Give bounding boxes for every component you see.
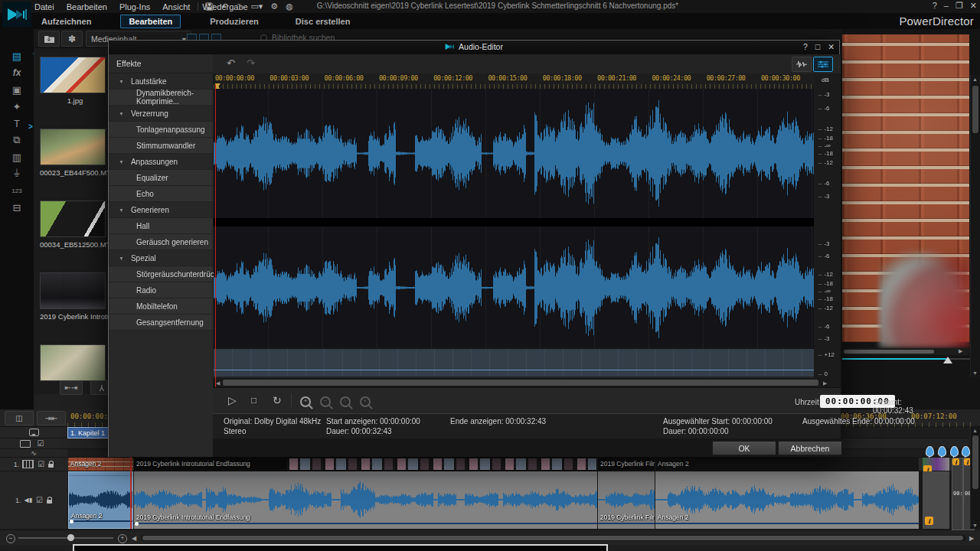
cancel-button[interactable]: Abbrechen [778,441,842,455]
video-clip-intro[interactable]: 2019 Cyberlink Introtutorial Endfassung [134,458,597,471]
effect-category[interactable]: ▼Lautstärke [109,73,213,90]
zoom-in-icon[interactable]: + [300,396,311,407]
dialog-close-button[interactable]: ✕ [828,42,835,51]
menu-bearbeiten[interactable]: Bearbeiten [67,2,107,11]
media-thumbnail[interactable] [40,272,106,309]
tree-collapse-icon[interactable]: ▼ [119,159,124,165]
settings-gear-icon[interactable]: ⚙ [270,2,278,11]
mode-tab-produzieren[interactable]: Produzieren [202,15,266,28]
media-thumbnail[interactable] [40,129,106,165]
effect-item[interactable]: Störgeräuschunterdrückung [109,266,213,282]
zoom-fit-icon[interactable]: ▪ [360,396,371,407]
play-button[interactable]: ▷ [228,395,237,406]
library-item[interactable]: 00034_EB512500.MTS [40,201,110,249]
ok-button[interactable]: OK [712,441,776,455]
scroll-left-icon[interactable]: ◀ [216,380,220,386]
zoom-out-button[interactable]: − [6,534,15,543]
waveform-channel-left[interactable] [214,89,814,218]
keyframe-pin-icon[interactable] [950,446,959,457]
video-lock-icon[interactable] [48,464,54,468]
scroll-left-icon[interactable]: ◀ [132,535,136,542]
scroll-right-icon[interactable]: ▶ [959,348,962,354]
effect-category[interactable]: ▼Anpassungen [109,154,213,170]
lock-circle-icon[interactable]: ◍ [286,2,293,11]
audio-clip-ansagen-selected[interactable]: Ansagen 2 [68,471,133,529]
restore-button[interactable]: ❐ [956,1,963,11]
zoom-in-button[interactable]: + [118,534,127,543]
panel-expand-chevron-icon[interactable]: > [28,122,33,131]
audio-enable-checkbox[interactable]: ☑ [36,496,43,504]
chapter-marker[interactable]: 1. Kapitel 1 [67,427,109,439]
right-vertical-scrollbar[interactable]: ▲ ▼ [970,75,980,377]
minimize-button[interactable]: – [944,1,949,11]
effect-item[interactable]: Equalizer [109,170,213,186]
fit-timeline-icon[interactable]: ⇥⇤ [37,411,66,425]
close-button[interactable]: ✕ [970,1,977,11]
zoom-selection-icon[interactable]: ▫ [340,396,351,407]
media-thumbnail[interactable] [40,57,106,93]
effect-item[interactable]: Tonlagenanpassung [109,122,213,138]
video-clip-ansagen2[interactable]: Ansagen 2 [655,458,919,471]
envelope-keyframe-dot[interactable] [70,520,74,523]
keyframe-pin-icon[interactable] [962,446,970,457]
scroll-up-icon[interactable]: ▲ [972,428,978,433]
track-manager-icon[interactable]: ◫ [5,411,34,425]
narrow-clip[interactable]: 00:0 [952,458,963,530]
effect-item[interactable]: Mobiltelefon [109,298,213,315]
trim-tool-icon[interactable]: ⇤⇥ [60,380,83,395]
display-mode-icon[interactable]: ▭▾ [250,2,263,11]
mode-tab-bearbeiten[interactable]: Bearbeiten [120,15,181,28]
effect-item[interactable]: Dynamikbereich-Komprimie... [109,90,213,106]
loop-button[interactable]: ↻ [273,395,282,406]
audio-lock-icon[interactable] [47,500,52,504]
import-media-icon[interactable] [38,31,60,47]
preview-seek-handle[interactable] [943,352,952,364]
keyframe-pin-icon[interactable] [926,446,934,457]
mixer-view-button[interactable] [813,57,833,72]
tree-collapse-icon[interactable]: ▼ [119,111,124,116]
video-enable-checkbox[interactable]: ☑ [38,460,44,468]
library-item[interactable]: 2019 Cyberlink Introtut... [40,272,110,321]
save-icon[interactable] [205,0,214,14]
redo-icon[interactable]: ↷ [236,2,243,11]
stop-button[interactable]: □ [251,396,256,405]
dialog-scrollbar[interactable]: ◀ ▶ [214,378,830,387]
envelope-keyframe-dot[interactable] [135,522,139,526]
tree-collapse-icon[interactable]: ▼ [119,256,124,261]
subtitle-enable-checkbox[interactable]: ☑ [38,439,44,448]
scroll-right-icon[interactable]: ▶ [823,380,827,386]
audio-clip-intro[interactable]: 2019 Cyberlink Introtutorial Endfassung [134,471,597,529]
media-thumbnail[interactable] [40,201,106,237]
zoom-slider-track[interactable] [18,537,113,539]
subtitle-room-icon[interactable]: ⊟ [0,197,34,217]
waveform-channel-right[interactable] [214,227,814,349]
tree-collapse-icon[interactable]: ▼ [119,207,124,213]
library-item[interactable] [40,344,110,384]
video-clip-ansagen[interactable]: Ansagen 2 [68,458,133,471]
effect-item[interactable]: Hall [109,218,213,234]
menu-ansicht[interactable]: Ansicht [162,2,190,11]
undo-icon[interactable]: ↶ [227,57,235,69]
plugin-icon[interactable]: ✽ [61,31,83,47]
volume-envelope-strip[interactable] [214,349,814,377]
effect-category[interactable]: ▼Generieren [109,202,213,218]
waveform-view-button[interactable] [792,57,812,72]
dialog-help-button[interactable]: ? [803,42,808,51]
audio-clip-ansagen2[interactable]: Ansagen 2 [655,471,919,529]
scroll-down-icon[interactable]: ▼ [972,523,978,528]
keyframe-pin-icon[interactable] [938,446,946,457]
preview-seekbar[interactable] [842,358,949,360]
scroll-right-icon[interactable]: ▶ [969,535,974,542]
undo-icon[interactable]: ↶ [221,2,228,11]
dialog-time-ruler[interactable]: 00:00:00:0000:00:03:0000:00:06:0000:00:0… [214,73,814,84]
effect-item[interactable]: Stimmumwandler [109,138,213,154]
effect-item[interactable]: Gesangsentfernung [109,315,213,331]
zoom-out-icon[interactable]: − [320,396,331,407]
tree-collapse-icon[interactable]: ▼ [119,79,124,84]
effect-category[interactable]: ▼Verzerrung [109,106,213,122]
menu-datei[interactable]: Datei [34,2,54,11]
library-item[interactable]: 1.jpg [40,57,110,105]
audio-clip-film[interactable]: 2019 Cyberlink Film r [598,471,655,529]
video-clip-film[interactable]: 2019 Cyberlink Film r [598,458,655,471]
dialog-playhead[interactable] [215,84,216,387]
